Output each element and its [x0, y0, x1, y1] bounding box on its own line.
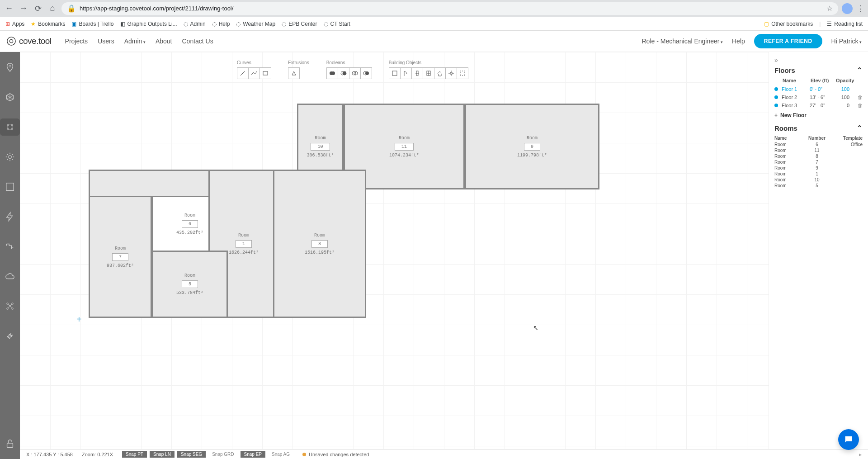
rail-location-icon[interactable]: [0, 59, 20, 76]
bookmark-graphic[interactable]: ◧Graphic Outputs Li...: [120, 21, 177, 27]
logo[interactable]: cove.tool: [6, 36, 52, 46]
browser-home[interactable]: ⌂: [47, 3, 58, 14]
trash-icon[interactable]: 🗑: [858, 95, 863, 100]
bookmark-epb[interactable]: ◌EPB Center: [282, 21, 317, 27]
room-list-row[interactable]: Room10: [774, 177, 863, 183]
main: 3D Curves Extrusions: [0, 52, 868, 459]
user-menu[interactable]: Hi Patrick: [831, 38, 862, 45]
floor-visibility-icon[interactable]: [774, 104, 778, 107]
floor-row[interactable]: Floor 10' - 0"100: [774, 85, 863, 93]
room-list-row[interactable]: Room5: [774, 183, 863, 189]
rail-unlock-icon[interactable]: [0, 435, 20, 452]
snap-toggle[interactable]: Snap SEG: [177, 451, 206, 458]
room-list-row[interactable]: Room1: [774, 171, 863, 177]
curve-rect-button[interactable]: [259, 67, 271, 79]
chevron-up-icon: ⌃: [857, 124, 863, 132]
browser-back[interactable]: ←: [4, 3, 14, 14]
room-8[interactable]: Room81516.195ft²: [273, 170, 366, 318]
room-number[interactable]: 6: [182, 220, 198, 228]
building-wall-button[interactable]: [389, 67, 401, 79]
building-zone-button[interactable]: [457, 67, 468, 79]
trash-icon[interactable]: 🗑: [858, 103, 863, 108]
room-number[interactable]: 10: [311, 143, 330, 151]
nav-help[interactable]: Help: [732, 38, 745, 45]
boolean-union-button[interactable]: [326, 67, 338, 79]
bookmark-ct[interactable]: ◌CT Start: [324, 21, 350, 27]
svg-point-10: [7, 308, 9, 310]
building-opening-button[interactable]: [423, 67, 434, 79]
floor-row[interactable]: Floor 327' - 0"0🗑: [774, 101, 863, 109]
nav-users[interactable]: Users: [98, 38, 114, 45]
url-bar[interactable]: 🔒 https://app-staging.covetool.com/proje…: [61, 2, 838, 15]
panel-collapse-button[interactable]: »: [774, 57, 863, 64]
snap-toggle[interactable]: Snap GRD: [208, 451, 237, 458]
refer-friend-button[interactable]: REFER A FRIEND: [754, 34, 822, 48]
role-selector[interactable]: Role - Mechanical Engineer: [642, 38, 723, 45]
rail-envelope-icon[interactable]: [0, 178, 20, 195]
room-number[interactable]: 8: [311, 240, 328, 248]
floor-visibility-icon[interactable]: [774, 95, 778, 99]
room-list-row[interactable]: Room9: [774, 165, 863, 171]
bookmark-admin[interactable]: ◌Admin: [184, 21, 206, 27]
room-number[interactable]: 11: [395, 143, 414, 151]
building-roof-button[interactable]: [434, 67, 446, 79]
snap-toggle[interactable]: Snap LN: [150, 451, 175, 458]
browser-reload[interactable]: ⟳: [33, 3, 43, 14]
boolean-intersect-button[interactable]: [349, 67, 361, 79]
room-list-row[interactable]: Room8: [774, 153, 863, 159]
extrude-button[interactable]: [288, 67, 300, 79]
boolean-subtract-button[interactable]: [338, 67, 349, 79]
curve-polyline-button[interactable]: [248, 67, 260, 79]
chat-bubble-button[interactable]: [838, 429, 859, 450]
room-list-row[interactable]: Room7: [774, 159, 863, 165]
reading-list[interactable]: ☰Reading list: [827, 21, 863, 27]
rail-daylight-icon[interactable]: [0, 148, 20, 166]
room-number[interactable]: 5: [182, 280, 198, 288]
room-9[interactable]: Room91199.798ft²: [465, 104, 599, 189]
room-list-row[interactable]: Room6Office: [774, 142, 863, 147]
curve-line-button[interactable]: [237, 67, 249, 79]
rail-systems-icon[interactable]: [0, 298, 20, 315]
rail-drawing-icon[interactable]: [0, 118, 20, 136]
bookmark-trello[interactable]: ▣Boards | Trello: [71, 21, 113, 27]
browser-menu-icon[interactable]: ⋮: [856, 4, 864, 14]
room-7[interactable]: Room7937.602ft²: [89, 196, 152, 318]
snap-toggle[interactable]: Snap AG: [268, 451, 293, 458]
browser-avatar[interactable]: [842, 3, 853, 14]
boolean-split-button[interactable]: [360, 67, 372, 79]
other-bookmarks[interactable]: ▢Other bookmarks: [764, 21, 813, 27]
room-number[interactable]: 1: [236, 240, 252, 248]
rail-geometry-icon[interactable]: [0, 89, 20, 106]
lock-icon: 🔒: [67, 4, 76, 13]
rail-energy-icon[interactable]: [0, 208, 20, 225]
room-list-row[interactable]: Room11: [774, 147, 863, 153]
nav-admin[interactable]: Admin: [124, 38, 146, 45]
snap-toggle[interactable]: Snap PT: [122, 451, 147, 458]
building-window-button[interactable]: [411, 67, 423, 79]
rail-water-icon[interactable]: [0, 238, 20, 255]
bookmark-weather[interactable]: ◌Weather Map: [236, 21, 275, 27]
bookmark-bookmarks[interactable]: ★Bookmarks: [31, 21, 65, 27]
logo-text: cove.tool: [19, 36, 52, 46]
new-floor-button[interactable]: + New Floor: [774, 112, 863, 118]
nav-contact[interactable]: Contact Us: [182, 38, 213, 45]
canvas-area[interactable]: Curves Extrusions Booleans: [20, 52, 769, 459]
nav-projects[interactable]: Projects: [65, 38, 88, 45]
snap-toggle[interactable]: Snap EP: [241, 451, 265, 458]
bookmark-help[interactable]: ◌Help: [212, 21, 230, 27]
room-5[interactable]: Room5533.784ft²: [152, 251, 228, 318]
floor-row[interactable]: Floor 213' - 6"100🗑: [774, 93, 863, 101]
nav-about[interactable]: About: [156, 38, 172, 45]
room-number[interactable]: 7: [112, 253, 128, 261]
bookmark-star-icon[interactable]: ☆: [826, 4, 833, 13]
rail-carbon-icon[interactable]: [0, 268, 20, 285]
floors-title[interactable]: Floors ⌃: [774, 66, 863, 74]
room-number[interactable]: 9: [524, 143, 540, 151]
bookmark-apps[interactable]: ⊞Apps: [5, 21, 24, 27]
building-door-button[interactable]: [400, 67, 412, 79]
floor-visibility-icon[interactable]: [774, 87, 778, 91]
browser-forward[interactable]: →: [18, 3, 29, 14]
rooms-title[interactable]: Rooms ⌃: [774, 124, 863, 132]
rail-ventilation-icon[interactable]: [0, 327, 20, 345]
building-col-button[interactable]: [445, 67, 457, 79]
